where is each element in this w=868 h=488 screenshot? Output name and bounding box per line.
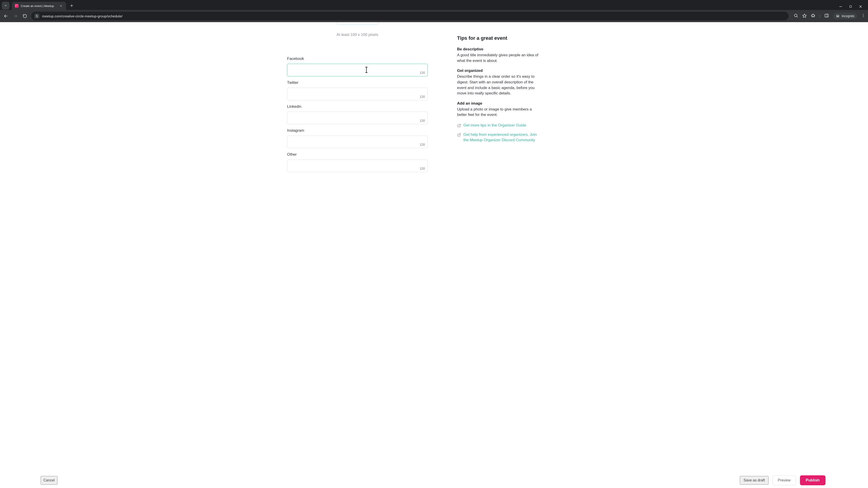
tip-image-body: Upload a photo or image to give members … [457, 107, 538, 118]
svg-rect-5 [850, 6, 851, 7]
counter-instagram: 120 [420, 143, 425, 147]
publish-button[interactable]: Publish [800, 475, 826, 485]
tab-search-menu[interactable] [2, 2, 9, 9]
svg-rect-17 [825, 14, 829, 17]
address-bar[interactable]: meetup.com/creative-circle-meetup-group/… [31, 12, 789, 20]
label-instagram: Instagram [287, 128, 428, 133]
form-column: At least 100 x 100 pixels Facebook 120 T… [287, 22, 428, 176]
counter-linkedin: 120 [420, 119, 425, 123]
bookmark-button[interactable] [802, 13, 807, 19]
field-twitter: Twitter 120 [287, 80, 428, 100]
tip-descriptive-body: A good title immediately gives people an… [457, 53, 538, 64]
svg-line-15 [797, 17, 798, 18]
svg-marker-16 [803, 14, 807, 18]
window-close-button[interactable] [859, 4, 863, 8]
upload-box-fragment[interactable] [337, 22, 378, 25]
external-link-icon [457, 124, 461, 128]
link-organizer-guide-text: Get more tips in the Organizer Guide [463, 123, 526, 128]
svg-point-24 [863, 17, 864, 17]
field-facebook: Facebook 120 [287, 57, 428, 76]
toolbar-right-icons: | Incognito [794, 13, 865, 20]
window-minimize-button[interactable] [839, 4, 843, 8]
tab-title: Create an event | Meetup [21, 4, 57, 8]
chevron-down-icon [4, 4, 7, 7]
minimize-icon [839, 5, 842, 8]
tune-icon [35, 14, 38, 18]
tip-organized-body: Describe things in a clear order so it's… [457, 74, 538, 96]
search-icon [794, 13, 798, 18]
external-link-icon [457, 133, 461, 137]
action-bar: Cancel Save as draft Preview Publish [0, 472, 868, 488]
window-controls [839, 4, 866, 10]
close-icon [60, 4, 62, 7]
kebab-icon [861, 13, 865, 18]
search-page-button[interactable] [794, 13, 798, 19]
tips-title: Tips for a great event [457, 35, 538, 41]
nav-back-button[interactable] [3, 13, 9, 19]
browser-toolbar: meetup.com/creative-circle-meetup-group/… [0, 10, 868, 22]
arrow-left-icon [4, 14, 8, 18]
svg-point-23 [863, 15, 864, 16]
tip-image-heading: Add an image [457, 101, 538, 106]
svg-line-25 [459, 124, 460, 126]
puzzle-icon [811, 13, 815, 18]
page-scroll[interactable]: At least 100 x 100 pixels Facebook 120 T… [0, 22, 868, 472]
svg-point-22 [863, 14, 864, 15]
reload-icon [23, 14, 27, 18]
nav-reload-button[interactable] [22, 13, 28, 19]
cancel-button[interactable]: Cancel [41, 476, 57, 485]
url-text: meetup.com/creative-circle-meetup-group/… [42, 14, 123, 18]
tip-organized: Get organized Describe things in a clear… [457, 68, 538, 96]
link-discord-community-text: Get help from experienced organizers. Jo… [463, 132, 538, 143]
input-twitter[interactable] [287, 88, 428, 100]
input-linkedin[interactable] [287, 111, 428, 124]
counter-twitter: 120 [420, 95, 425, 98]
tip-descriptive-heading: Be descriptive [457, 47, 538, 52]
tip-descriptive: Be descriptive A good title immediately … [457, 47, 538, 64]
link-discord-community[interactable]: Get help from experienced organizers. Jo… [457, 132, 538, 143]
side-panel-button[interactable] [825, 13, 829, 19]
label-twitter: Twitter [287, 80, 428, 85]
site-info-button[interactable] [34, 13, 39, 19]
input-facebook[interactable] [287, 64, 428, 76]
field-other: Other 120 [287, 152, 428, 172]
extensions-button[interactable] [811, 13, 815, 19]
browser-chrome: Create an event | Meetup meetup.com/crea… [0, 0, 868, 22]
nav-forward-button[interactable] [12, 13, 19, 19]
link-organizer-guide[interactable]: Get more tips in the Organizer Guide [457, 123, 538, 128]
browser-tab[interactable]: Create an event | Meetup [12, 2, 66, 10]
input-instagram[interactable] [287, 135, 428, 148]
incognito-icon [836, 14, 840, 18]
tab-close-button[interactable] [59, 4, 63, 8]
tip-image: Add an image Upload a photo or image to … [457, 101, 538, 118]
new-tab-button[interactable] [68, 2, 75, 9]
field-instagram: Instagram 120 [287, 128, 428, 148]
plus-icon [70, 4, 73, 7]
save-draft-button[interactable]: Save as draft [740, 476, 768, 485]
counter-facebook: 120 [420, 71, 425, 74]
window-maximize-button[interactable] [848, 4, 852, 8]
close-icon [859, 5, 862, 8]
incognito-label: Incognito [842, 14, 855, 18]
incognito-indicator[interactable]: Incognito [833, 13, 857, 20]
star-icon [802, 13, 807, 18]
maximize-icon [849, 5, 852, 8]
label-facebook: Facebook [287, 57, 428, 61]
meetup-favicon-icon [15, 4, 19, 8]
arrow-right-icon [13, 14, 18, 18]
browser-menu-button[interactable] [861, 13, 865, 19]
label-other: Other [287, 152, 428, 157]
page-viewport: At least 100 x 100 pixels Facebook 120 T… [0, 22, 868, 472]
tip-organized-heading: Get organized [457, 68, 538, 73]
tab-strip: Create an event | Meetup [0, 0, 868, 10]
sidepanel-icon [825, 13, 829, 18]
preview-button[interactable]: Preview [773, 475, 796, 485]
counter-other: 120 [420, 167, 425, 170]
text-caret-icon [366, 67, 367, 72]
upload-size-hint: At least 100 x 100 pixels [287, 33, 428, 37]
input-other[interactable] [287, 160, 428, 172]
svg-line-26 [459, 133, 460, 135]
tips-column: Tips for a great event Be descriptive A … [457, 22, 538, 176]
label-linkedin: Linkedin [287, 104, 428, 109]
field-linkedin: Linkedin 120 [287, 104, 428, 124]
